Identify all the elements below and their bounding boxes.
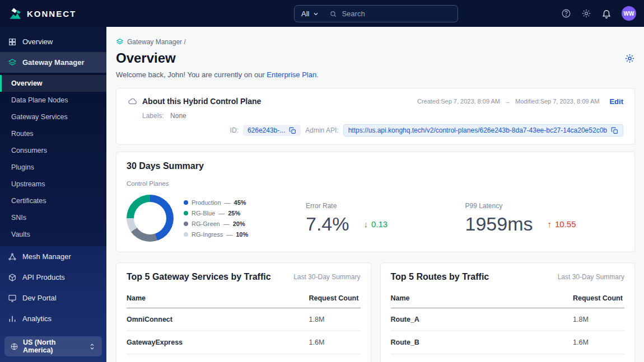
help-icon[interactable]	[561, 8, 571, 18]
topbar: KONNECT All Search WW	[0, 0, 644, 27]
about-card: About this Hybrid Control Plane Created:…	[116, 88, 635, 145]
cloud-icon	[128, 96, 138, 106]
control-plane-id-value: 626e243b-...	[248, 126, 285, 134]
id-label: ID:	[230, 126, 239, 134]
sidebar-item-api-products[interactable]: API Products	[0, 267, 106, 288]
monitor-icon	[8, 294, 17, 303]
sidebar-item-label: Mesh Manager	[22, 252, 71, 261]
table-row[interactable]: GatewayExpress1.6M	[127, 331, 361, 354]
sidebar-subitem-routes[interactable]: Routes	[0, 125, 106, 142]
table-row[interactable]: ConnectEdge1.4M	[127, 354, 361, 362]
table-row[interactable]: OmniConnect1.8M	[127, 308, 361, 331]
title-row: Overview	[116, 50, 635, 66]
legend-value: 45%	[234, 199, 246, 206]
sidebar-item-mesh-manager[interactable]: Mesh Manager	[0, 246, 106, 267]
control-plane-id-badge[interactable]: 626e243b-...	[243, 125, 301, 136]
created-timestamp: Created:Sep 7, 2023, 8:09 AM	[417, 98, 500, 105]
donut-chart	[127, 195, 174, 242]
summary-card: 30 Days Summary Control Planes Productio…	[116, 152, 635, 252]
sidebar-item-overview[interactable]: Overview	[0, 31, 106, 52]
routes-card-title: Top 5 Routes by Traffic	[391, 272, 489, 282]
search-scope-dropdown[interactable]: All	[295, 10, 326, 18]
legend-separator: —	[223, 220, 230, 227]
sidebar-subitem-snis[interactable]: SNIs	[0, 209, 106, 226]
table-row[interactable]: Route_A1.8M	[391, 308, 625, 331]
brand[interactable]: KONNECT	[8, 6, 106, 21]
sidebar-subitem-gateway-services[interactable]: Gateway Services	[0, 109, 106, 125]
p99-latency-metric: P99 Latency 1959ms ↑ 10.55	[465, 202, 625, 235]
column-header: Request Count	[309, 290, 361, 308]
chevron-down-icon	[312, 11, 319, 17]
gear-icon[interactable]	[581, 8, 591, 18]
copy-icon[interactable]	[289, 127, 296, 134]
legend-label: RG-Green	[192, 220, 220, 227]
trend-down-icon: ↓	[364, 219, 368, 229]
created-value: Sep 7, 2023, 8:09 AM	[441, 98, 500, 105]
cell-request-count: 1.4M	[573, 354, 624, 362]
p99-latency-label: P99 Latency	[465, 202, 625, 210]
table-row[interactable]: Route_C1.4M	[391, 354, 625, 362]
table-row[interactable]: Route_B1.6M	[391, 331, 625, 354]
sidebar-subitem-data-plane-nodes[interactable]: Data Plane Nodes	[0, 92, 106, 109]
copy-icon[interactable]	[611, 127, 618, 134]
trend-up-icon: ↑	[547, 219, 552, 229]
error-rate-label: Error Rate	[306, 202, 465, 210]
breadcrumb-label: Gateway Manager /	[127, 38, 186, 46]
sidebar-subitem-vaults[interactable]: Vaults	[0, 226, 106, 243]
edit-button[interactable]: Edit	[609, 97, 623, 106]
gateway-subnav: OverviewData Plane NodesGateway Services…	[0, 73, 106, 246]
legend-item: RG-Ingress—10%	[184, 231, 248, 238]
legend-item: RG-Blue—25%	[184, 210, 248, 217]
region-selector[interactable]: US (North America)	[4, 336, 102, 356]
sidebar: Overview Gateway Manager OverviewData Pl…	[0, 27, 106, 362]
sidebar-item-analytics[interactable]: Analytics	[0, 308, 106, 329]
cell-name: OmniConnect	[127, 308, 309, 331]
cube-icon	[8, 273, 17, 282]
modified-value: Sep 7, 2023, 8:09 AM	[540, 98, 600, 105]
bell-icon[interactable]	[601, 8, 612, 18]
created-label: Created:	[417, 98, 441, 105]
sidebar-subitem-upstreams[interactable]: Upstreams	[0, 176, 106, 192]
welcome-suffix: .	[316, 70, 319, 79]
admin-api-badge[interactable]: https://us.api.konghq.tech/v2/control-pl…	[343, 124, 623, 137]
legend-separator: —	[226, 231, 232, 238]
layers-icon	[8, 58, 17, 67]
legend-item: Production—45%	[184, 199, 248, 206]
topbar-actions: WW	[561, 6, 636, 21]
legend-value: 10%	[236, 231, 248, 238]
breadcrumb[interactable]: Gateway Manager /	[116, 38, 186, 46]
sidebar-subitem-certificates[interactable]: Certificates	[0, 192, 106, 209]
avatar[interactable]: WW	[622, 6, 636, 21]
legend-label: RG-Ingress	[192, 231, 223, 238]
sidebar-subitem-overview[interactable]: Overview	[0, 75, 106, 92]
welcome-text: Welcome back, John! You are currently on…	[116, 70, 635, 79]
error-rate-delta: ↓ 0.13	[364, 219, 388, 229]
legend-dot	[184, 200, 188, 205]
sidebar-item-label: API Products	[22, 273, 65, 281]
sidebar-subitem-plugins[interactable]: Plugins	[0, 159, 106, 176]
legend-separator: —	[225, 199, 231, 206]
services-table: NameRequest Count OmniConnect1.8MGateway…	[127, 290, 361, 362]
modified-timestamp: Modified:Sep 7, 2023, 8:09 AM	[515, 98, 599, 105]
grid-icon	[8, 37, 17, 46]
column-header: Request Count	[573, 290, 624, 308]
admin-api-label: Admin API:	[305, 126, 338, 134]
labels-value: None	[170, 112, 186, 120]
main-content: Gateway Manager / Overview Welcome back,…	[106, 27, 644, 362]
sidebar-item-dev-portal[interactable]: Dev Portal	[0, 288, 106, 308]
cell-request-count: 1.8M	[573, 308, 624, 331]
legend-dot	[184, 232, 188, 237]
global-search[interactable]: All Search	[294, 5, 458, 22]
routes-table: NameRequest Count Route_A1.8MRoute_B1.6M…	[391, 290, 625, 362]
sidebar-subitem-consumers[interactable]: Consumers	[0, 142, 106, 159]
about-card-title: About this Hybrid Control Plane	[142, 97, 261, 106]
cell-name: Route_B	[391, 331, 573, 354]
legend-value: 20%	[233, 220, 245, 227]
enterprise-plan-link[interactable]: Enterprise Plan	[267, 70, 316, 79]
services-card-title: Top 5 Gateway Services by Traffic	[127, 272, 271, 282]
table-header-row: NameRequest Count	[391, 290, 625, 308]
sidebar-item-gateway-manager[interactable]: Gateway Manager	[0, 52, 106, 73]
page-settings-button[interactable]	[624, 53, 635, 64]
cell-name: Route_C	[391, 354, 573, 362]
app-layout: Overview Gateway Manager OverviewData Pl…	[0, 27, 644, 362]
